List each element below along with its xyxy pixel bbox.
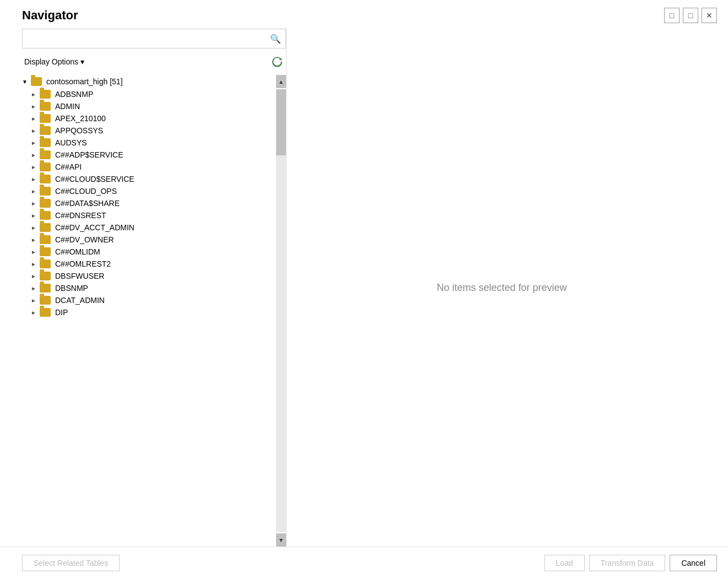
footer: Select Related Tables Load Transform Dat… — [0, 546, 728, 579]
item-label: DCAT_ADMIN — [55, 296, 105, 305]
item-label: DIP — [55, 308, 68, 317]
folder-icon — [40, 138, 51, 147]
select-related-tables-button[interactable]: Select Related Tables — [22, 555, 120, 571]
refresh-icon — [272, 56, 283, 67]
scroll-thumb[interactable] — [276, 89, 286, 155]
list-item[interactable]: ► DCAT_ADMIN — [22, 294, 276, 306]
root-folder-icon — [31, 77, 42, 86]
main-content: 🔍 Display Options ▾ — [0, 29, 728, 546]
item-label: C##OMLREST2 — [55, 259, 111, 268]
expand-icon: ► — [31, 176, 37, 182]
item-label: C##CLOUD$SERVICE — [55, 175, 134, 183]
folder-icon — [40, 235, 51, 244]
item-label: ADMIN — [55, 102, 80, 111]
expand-icon: ► — [31, 213, 37, 219]
list-item[interactable]: ► DIP — [22, 306, 276, 318]
window-controls: □ □ ✕ — [664, 8, 717, 23]
transform-data-button[interactable]: Transform Data — [589, 555, 666, 571]
title-bar: Navigator □ □ ✕ — [0, 0, 728, 29]
folder-icon — [40, 296, 51, 305]
expand-icon: ► — [31, 128, 37, 134]
list-item[interactable]: ► DBSFWUSER — [22, 270, 276, 282]
folder-icon — [40, 259, 51, 268]
item-label: C##DV_OWNER — [55, 235, 114, 244]
list-item[interactable]: ► C##ADP$SERVICE — [22, 149, 276, 161]
folder-icon — [40, 90, 51, 99]
item-label: C##DATA$SHARE — [55, 199, 120, 208]
cancel-button[interactable]: Cancel — [670, 555, 717, 571]
item-label: C##DNSREST — [55, 211, 106, 220]
item-label: C##API — [55, 163, 82, 171]
display-options-button[interactable]: Display Options ▾ — [22, 56, 87, 67]
list-item[interactable]: ► C##DATA$SHARE — [22, 197, 276, 209]
scroll-track — [276, 89, 286, 532]
expand-icon: ► — [31, 116, 37, 122]
footer-right: Load Transform Data Cancel — [544, 555, 717, 571]
expand-icon: ► — [31, 225, 37, 231]
expand-icon: ► — [31, 249, 37, 255]
load-button[interactable]: Load — [544, 555, 585, 571]
list-item[interactable]: ► C##OMLIDM — [22, 246, 276, 258]
list-item[interactable]: ► C##CLOUD$SERVICE — [22, 173, 276, 185]
minimize-button[interactable]: □ — [664, 8, 680, 23]
scroll-controls: ▲ ▼ — [276, 75, 286, 546]
folder-icon — [40, 102, 51, 111]
expand-icon: ► — [31, 104, 37, 110]
preview-empty-message: No items selected for preview — [436, 282, 567, 294]
root-label: contosomart_high [51] — [46, 77, 123, 86]
expand-icon: ► — [31, 188, 37, 194]
list-item[interactable]: ► ADMIN — [22, 100, 276, 112]
scroll-up-button[interactable]: ▲ — [276, 75, 286, 88]
folder-icon — [40, 247, 51, 256]
folder-icon — [40, 284, 51, 293]
folder-icon — [40, 272, 51, 280]
item-label: ADBSNMP — [55, 90, 93, 99]
list-item[interactable]: ► APPQOSSYS — [22, 125, 276, 137]
tree-container: ▼ contosomart_high [51] ► ADBSNMP ► ADMI… — [22, 75, 286, 546]
list-item[interactable]: ► AUDSYS — [22, 137, 276, 149]
list-item[interactable]: ► C##API — [22, 161, 276, 173]
search-bar: 🔍 — [22, 29, 286, 48]
footer-left: Select Related Tables — [22, 555, 120, 571]
expand-icon: ► — [31, 152, 37, 158]
folder-icon — [40, 187, 51, 196]
close-button[interactable]: ✕ — [702, 8, 717, 23]
tree-list: ▼ contosomart_high [51] ► ADBSNMP ► ADMI… — [22, 75, 276, 546]
list-item[interactable]: ► C##OMLREST2 — [22, 258, 276, 270]
expand-icon: ► — [31, 297, 37, 304]
item-label: C##DV_ACCT_ADMIN — [55, 223, 134, 232]
folder-icon — [40, 211, 51, 220]
folder-icon — [40, 308, 51, 317]
list-item[interactable]: ► ADBSNMP — [22, 88, 276, 100]
tree-root-item[interactable]: ▼ contosomart_high [51] — [22, 75, 276, 88]
root-expand-arrow: ▼ — [22, 79, 29, 85]
item-label: DBSNMP — [55, 284, 88, 293]
refresh-button[interactable] — [268, 53, 286, 71]
folder-icon — [40, 150, 51, 159]
list-item[interactable]: ► C##CLOUD_OPS — [22, 185, 276, 197]
expand-icon: ► — [31, 285, 37, 291]
expand-icon: ► — [31, 164, 37, 170]
list-item[interactable]: ► APEX_210100 — [22, 112, 276, 125]
expand-icon: ► — [31, 273, 37, 279]
expand-icon: ► — [31, 140, 37, 146]
list-item[interactable]: ► C##DV_OWNER — [22, 234, 276, 246]
expand-icon: ► — [31, 237, 37, 243]
folder-icon — [40, 223, 51, 232]
folder-icon — [40, 114, 51, 123]
maximize-button[interactable]: □ — [683, 8, 698, 23]
list-item[interactable]: ► C##DV_ACCT_ADMIN — [22, 221, 276, 234]
scroll-down-button[interactable]: ▼ — [276, 533, 286, 546]
list-item[interactable]: ► C##DNSREST — [22, 209, 276, 221]
navigator-dialog: Navigator □ □ ✕ 🔍 Display Options ▾ — [0, 0, 728, 579]
display-options-row: Display Options ▾ — [22, 53, 286, 71]
list-item[interactable]: ► DBSNMP — [22, 282, 276, 294]
preview-panel: No items selected for preview — [287, 29, 717, 546]
display-options-label: Display Options — [24, 57, 78, 66]
item-label: C##CLOUD_OPS — [55, 187, 117, 196]
item-label: APEX_210100 — [55, 114, 106, 123]
item-label: APPQOSSYS — [55, 126, 103, 135]
search-button[interactable]: 🔍 — [266, 29, 285, 48]
expand-icon: ► — [31, 310, 37, 316]
search-input[interactable] — [23, 29, 266, 48]
